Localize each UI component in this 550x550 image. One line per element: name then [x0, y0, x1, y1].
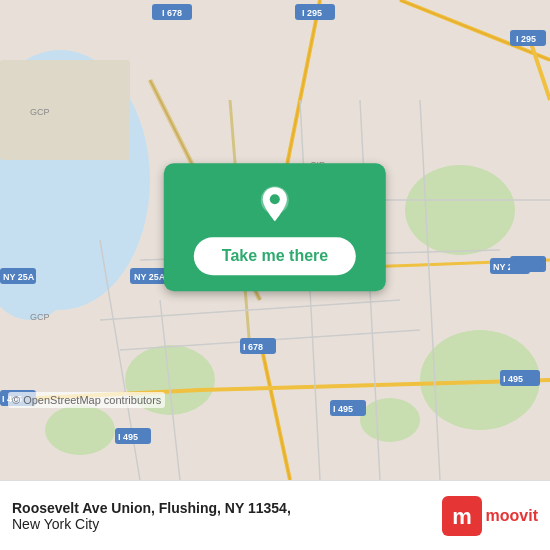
svg-text:GCP: GCP	[30, 107, 50, 117]
take-me-there-button[interactable]: Take me there	[194, 237, 356, 275]
svg-text:m: m	[452, 504, 472, 529]
moovit-logo: m moovit	[442, 496, 538, 536]
moovit-text-label: moovit	[486, 507, 538, 525]
svg-text:I 495: I 495	[118, 432, 138, 442]
moovit-icon: m	[442, 496, 482, 536]
svg-text:NY 25A: NY 25A	[134, 272, 166, 282]
svg-text:I 678: I 678	[243, 342, 263, 352]
svg-point-8	[45, 405, 115, 455]
svg-text:I 495: I 495	[503, 374, 523, 384]
map-container: GCP I	[0, 0, 550, 480]
copyright-text: © OpenStreetMap contributors	[8, 392, 165, 408]
bottom-info-bar: Roosevelt Ave Union, Flushing, NY 11354,…	[0, 480, 550, 550]
svg-point-9	[360, 398, 420, 442]
navigation-button-overlay: Take me there	[164, 163, 386, 291]
svg-point-5	[405, 165, 515, 255]
svg-text:GCP: GCP	[30, 312, 50, 322]
svg-rect-10	[0, 60, 130, 160]
svg-text:I 678: I 678	[162, 8, 182, 18]
svg-text:NY 25A: NY 25A	[3, 272, 35, 282]
location-info: Roosevelt Ave Union, Flushing, NY 11354,…	[12, 500, 442, 532]
svg-point-62	[270, 194, 280, 204]
green-card: Take me there	[164, 163, 386, 291]
svg-text:I 295: I 295	[302, 8, 322, 18]
location-pin-icon	[253, 183, 297, 227]
svg-text:I 295: I 295	[516, 34, 536, 44]
location-name: Roosevelt Ave Union, Flushing, NY 11354,	[12, 500, 442, 516]
svg-rect-59	[510, 256, 546, 272]
location-city: New York City	[12, 516, 442, 532]
svg-text:I 495: I 495	[333, 404, 353, 414]
